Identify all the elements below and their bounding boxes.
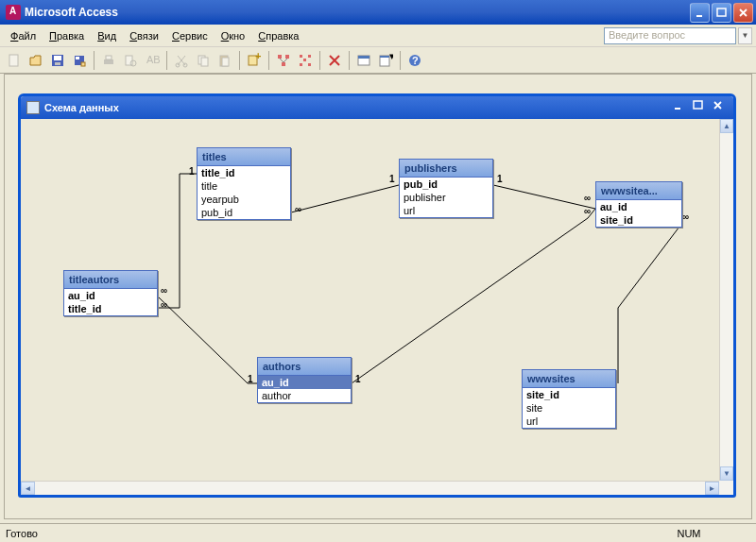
add-table-button[interactable]: + bbox=[244, 50, 265, 71]
help-dropdown-icon[interactable]: ▼ bbox=[738, 27, 752, 44]
scroll-down-icon[interactable]: ▼ bbox=[720, 466, 733, 481]
rel-inf: ∞ bbox=[682, 212, 689, 222]
field[interactable]: publisher bbox=[400, 191, 492, 204]
mdi-area: Схема данных bbox=[4, 74, 752, 519]
svg-rect-27 bbox=[300, 63, 302, 66]
statusbar: Готово NUM bbox=[0, 523, 756, 542]
design-button[interactable]: ▾ bbox=[375, 50, 396, 71]
field[interactable]: title bbox=[198, 179, 290, 193]
table-header[interactable]: authors bbox=[258, 358, 351, 376]
svg-rect-22 bbox=[278, 55, 282, 59]
child-minimize-button[interactable] bbox=[673, 100, 691, 116]
status-num: NUM bbox=[656, 528, 722, 539]
menu-relations[interactable]: Связи bbox=[123, 28, 165, 43]
scroll-right-icon[interactable]: ► bbox=[705, 482, 719, 495]
menu-view[interactable]: Вид bbox=[91, 28, 123, 43]
rel-inf: ∞ bbox=[161, 285, 167, 296]
properties-button[interactable] bbox=[353, 50, 374, 71]
svg-rect-37 bbox=[675, 108, 680, 110]
vertical-scrollbar[interactable]: ▲ ▼ bbox=[719, 119, 733, 481]
table-titles[interactable]: titles title_id title yearpub pub_id bbox=[197, 147, 291, 220]
svg-text:?: ? bbox=[412, 55, 419, 66]
field[interactable]: title_id bbox=[198, 166, 290, 179]
field[interactable]: author bbox=[258, 389, 351, 402]
field[interactable]: au_id bbox=[596, 200, 681, 213]
svg-rect-29 bbox=[303, 59, 306, 61]
svg-rect-26 bbox=[308, 55, 311, 58]
relationships-window: Схема данных bbox=[18, 93, 736, 498]
table-publishers[interactable]: publishers pub_id publisher url bbox=[399, 159, 493, 218]
table-authors[interactable]: authors au_id author bbox=[257, 357, 352, 403]
table-wwwsites[interactable]: wwwsites site_id site url bbox=[522, 369, 616, 429]
table-header[interactable]: wwwsites bbox=[523, 370, 615, 388]
table-header[interactable]: publishers bbox=[400, 160, 492, 178]
horizontal-scrollbar[interactable]: ◄ ► bbox=[21, 481, 719, 495]
help-button[interactable]: ? bbox=[404, 50, 425, 71]
save-button[interactable] bbox=[47, 50, 68, 71]
table-header[interactable]: wwwsitea... bbox=[596, 182, 681, 200]
print-button[interactable] bbox=[98, 50, 119, 71]
scroll-left-icon[interactable]: ◄ bbox=[21, 482, 35, 495]
scroll-up-icon[interactable]: ▲ bbox=[720, 119, 733, 133]
svg-rect-38 bbox=[694, 101, 702, 109]
show-all-button[interactable] bbox=[295, 50, 316, 71]
relationships-canvas[interactable]: 1 ∞ ∞ 1 ∞ 1 1 ∞ 1 ∞ 1 ∞ titles title_id … bbox=[21, 119, 719, 481]
svg-rect-17 bbox=[201, 58, 208, 66]
table-wwwsitea[interactable]: wwwsitea... au_id site_id bbox=[595, 181, 682, 228]
save-batch-button[interactable] bbox=[69, 50, 90, 71]
show-direct-button[interactable] bbox=[273, 50, 294, 71]
field[interactable]: url bbox=[523, 415, 615, 428]
field[interactable]: yearpub bbox=[198, 193, 290, 206]
svg-rect-5 bbox=[55, 62, 60, 65]
paste-button[interactable] bbox=[215, 50, 235, 71]
field[interactable]: au_id bbox=[64, 289, 157, 302]
rel-inf: ∞ bbox=[295, 204, 301, 214]
open-button[interactable] bbox=[26, 50, 46, 71]
child-maximize-button[interactable] bbox=[693, 100, 711, 116]
table-titleautors[interactable]: titleautors au_id title_id bbox=[63, 270, 158, 316]
status-text: Готово bbox=[6, 528, 656, 539]
menu-edit[interactable]: Правка bbox=[43, 28, 91, 43]
field[interactable]: pub_id bbox=[198, 206, 290, 219]
copy-button[interactable] bbox=[193, 50, 214, 71]
minimize-button[interactable] bbox=[690, 3, 710, 23]
print-preview-button[interactable] bbox=[120, 50, 141, 71]
svg-rect-31 bbox=[358, 56, 369, 59]
menu-tools[interactable]: Сервис bbox=[165, 28, 215, 43]
menubar: Файл Правка Вид Связи Сервис Окно Справк… bbox=[0, 25, 756, 47]
rel-inf: ∞ bbox=[584, 193, 591, 203]
field-selected[interactable]: au_id bbox=[258, 376, 351, 389]
svg-rect-8 bbox=[81, 62, 85, 66]
menu-file[interactable]: Файл bbox=[4, 28, 43, 43]
help-search-box[interactable]: Введите вопрос bbox=[604, 27, 736, 44]
rel-one: 1 bbox=[355, 374, 361, 384]
field[interactable]: site_id bbox=[596, 213, 681, 227]
menu-help[interactable]: Справка bbox=[251, 28, 305, 43]
close-button[interactable] bbox=[733, 3, 753, 23]
table-header[interactable]: titleautors bbox=[64, 271, 157, 289]
scroll-track[interactable] bbox=[35, 482, 705, 495]
field[interactable]: site bbox=[523, 401, 615, 415]
svg-rect-7 bbox=[76, 57, 79, 59]
scroll-corner bbox=[719, 481, 733, 495]
svg-rect-25 bbox=[300, 55, 302, 58]
field[interactable]: pub_id bbox=[400, 178, 492, 191]
child-close-button[interactable] bbox=[713, 100, 730, 116]
svg-rect-2 bbox=[9, 55, 18, 66]
table-header[interactable]: titles bbox=[198, 148, 290, 166]
rel-one: 1 bbox=[189, 166, 195, 177]
svg-rect-11 bbox=[126, 56, 132, 65]
new-button[interactable] bbox=[4, 50, 25, 71]
svg-text:+: + bbox=[255, 53, 261, 61]
maximize-button[interactable] bbox=[712, 3, 731, 23]
field[interactable]: site_id bbox=[523, 388, 615, 401]
svg-rect-33 bbox=[380, 56, 389, 58]
field[interactable]: title_id bbox=[64, 302, 157, 315]
cut-button[interactable] bbox=[171, 50, 192, 71]
delete-button[interactable] bbox=[324, 50, 345, 71]
spell-check-button[interactable]: ABC bbox=[142, 50, 163, 71]
field[interactable]: url bbox=[400, 204, 492, 217]
menu-window[interactable]: Окно bbox=[215, 28, 252, 43]
svg-rect-24 bbox=[282, 62, 285, 66]
access-icon bbox=[6, 5, 21, 20]
